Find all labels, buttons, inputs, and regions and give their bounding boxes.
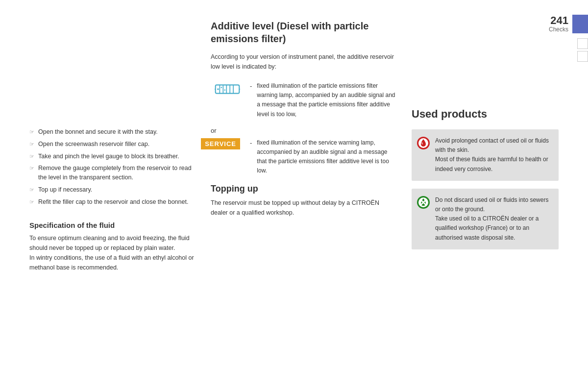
oil-warning-icon bbox=[416, 136, 430, 150]
warning-text-1: Avoid prolonged contact of used oil or f… bbox=[435, 136, 552, 174]
warning-box-1: Avoid prolonged contact of used oil or f… bbox=[412, 129, 559, 181]
item-1-dash: - bbox=[250, 81, 252, 90]
service-badge-wrapper: SERVICE bbox=[211, 138, 240, 149]
svg-rect-0 bbox=[216, 85, 240, 93]
item-2-text: fixed illumination of the service warnin… bbox=[257, 138, 397, 176]
item-1-text: fixed illumination of the particle emiss… bbox=[257, 81, 397, 119]
warning-icon-1 bbox=[416, 136, 430, 150]
item-row-2: SERVICE - fixed illumination of the serv… bbox=[211, 138, 397, 176]
spec-heading: Specification of the fluid bbox=[29, 221, 196, 229]
topping-heading: Topping up bbox=[211, 184, 397, 194]
step-2: Open the screenwash reservoir filler cap… bbox=[29, 140, 196, 149]
right-column: Used products Avoid prolonged contact of… bbox=[412, 20, 559, 372]
item-row-1: - fixed illumination of the particle emi… bbox=[211, 81, 397, 119]
no-dump-icon bbox=[416, 196, 430, 209]
left-column: Open the bonnet and secure it with the s… bbox=[29, 20, 196, 372]
middle-column: Additive level (Diesel with particle emi… bbox=[196, 20, 412, 372]
or-text: or bbox=[211, 127, 397, 134]
step-3: Take and pinch the level gauge to block … bbox=[29, 152, 196, 161]
spec-text: To ensure optimum cleaning and to avoid … bbox=[29, 233, 196, 272]
svg-point-7 bbox=[221, 87, 222, 88]
step-6: Refit the filler cap to the reservoir an… bbox=[29, 197, 196, 207]
svg-point-8 bbox=[224, 89, 226, 91]
warning-box-2: Do not discard used oil or fluids into s… bbox=[412, 189, 559, 249]
steps-list: Open the bonnet and secure it with the s… bbox=[29, 127, 196, 206]
warning-icon-2 bbox=[416, 196, 430, 209]
particle-filter-icon bbox=[215, 81, 240, 97]
topping-text: The reservoir must be topped up without … bbox=[211, 198, 397, 218]
step-1: Open the bonnet and secure it with the s… bbox=[29, 127, 196, 137]
svg-point-6 bbox=[217, 88, 219, 90]
additive-heading: Additive level (Diesel with particle emi… bbox=[211, 20, 397, 45]
main-content: Open the bonnet and secure it with the s… bbox=[0, 0, 588, 392]
additive-intro: According to your version of instrument … bbox=[211, 52, 397, 72]
warning-text-2: Do not discard used oil or fluids into s… bbox=[435, 196, 552, 243]
step-5: Top up if necessary. bbox=[29, 185, 196, 195]
item-2-dash: - bbox=[250, 138, 252, 147]
used-products-heading: Used products bbox=[412, 108, 559, 121]
filter-icon-wrapper bbox=[211, 81, 240, 97]
service-badge: SERVICE bbox=[201, 138, 240, 149]
step-4: Remove the gauge completely from the res… bbox=[29, 164, 196, 182]
